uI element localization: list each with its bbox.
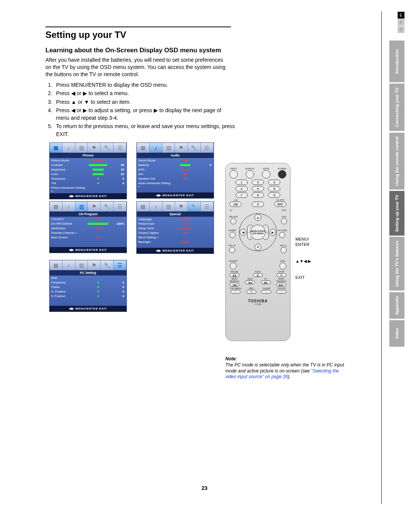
osd-row-val: Off [173, 230, 197, 235]
osd-row-val: On [86, 235, 110, 239]
picsize-button[interactable] [279, 232, 285, 238]
osd-row-key: Balance [137, 163, 173, 167]
page-divider [381, 11, 382, 504]
rec-button[interactable]: ● [247, 290, 256, 294]
mute-label: MUTE [263, 167, 269, 170]
lang-tab-e[interactable]: E [398, 12, 404, 19]
osd-row-key: V. Position [50, 294, 86, 298]
ff-button[interactable]: ▶▶ [261, 280, 271, 284]
display-button[interactable] [246, 170, 254, 178]
power-button[interactable] [278, 170, 286, 178]
cblsat-button[interactable] [230, 218, 236, 224]
remote-body: INPUT DISPLAY MUTE POWER 123456789 +1010… [225, 163, 290, 341]
lang-tab-f[interactable]: F [398, 19, 404, 26]
tab-features[interactable]: Using the TV's features [389, 237, 404, 291]
osd-row-key: Backlight [137, 239, 173, 244]
osd-row-val: Dynamic [86, 158, 109, 163]
skip-fwd-button[interactable]: ▶▶| [276, 283, 286, 286]
menu-enter-button[interactable]: MENU/ ENTER DVD MENU [250, 225, 265, 240]
exit-button[interactable] [279, 263, 286, 269]
side-navigation: E F S Introduction Connecting your TV Us… [382, 11, 404, 348]
osd-ch-program-menu: ▦♪▥⚑🔧☰CH ProgramTV/CATVTVCH PROGRAM100%A… [49, 201, 127, 253]
tab-connecting[interactable]: Connecting your TV [389, 84, 404, 131]
osd-row-key: Picture Mode [50, 158, 86, 163]
tab-setting-up[interactable]: Setting up your TV [389, 191, 404, 236]
num-100-button[interactable]: 100 [229, 202, 242, 207]
num-8-button[interactable]: 8 [252, 192, 264, 198]
num-0-button[interactable]: 0 [252, 202, 264, 207]
note-header: Note: [225, 356, 347, 361]
tab-introduction[interactable]: Introduction [389, 41, 404, 82]
osd-row-val: English [173, 217, 197, 221]
osd-tab-icon: 🔧 [101, 260, 114, 270]
ent-button[interactable]: ENT [274, 202, 286, 207]
dvd-button[interactable] [281, 218, 287, 224]
pause-button[interactable]: ❚❚ [229, 273, 239, 277]
osd-tab-icon: ⚑ [175, 202, 188, 211]
ff-label: FF [264, 278, 267, 280]
fav-up-button[interactable] [281, 247, 287, 253]
osd-tab-icon: ☰ [201, 143, 214, 153]
num-4-button[interactable]: 4 [236, 186, 248, 191]
play-label: PLAY [255, 271, 261, 273]
arrow-right-button[interactable]: ▶ [269, 229, 276, 236]
osd-row-key: H. Position [50, 289, 86, 294]
tab-remote[interactable]: Using the remote control [389, 133, 404, 189]
topmenu-label: TOP MENU [229, 287, 241, 289]
step-item: Press ◀ or ▶ to adjust a setting, or pre… [54, 106, 236, 122]
skip-fwd-label: SKIP/ SEARCH [276, 278, 286, 282]
osd-row-num: 0 [109, 181, 126, 185]
osd-row-val [173, 235, 197, 239]
topmenu-button[interactable]: ○ [231, 290, 240, 294]
play-button[interactable]: ▶ [253, 273, 263, 277]
rec-label: REC [249, 287, 254, 289]
num-9-button[interactable]: 9 [268, 192, 280, 198]
mute-button[interactable] [262, 170, 270, 178]
osd-row-val: On [173, 176, 197, 181]
arrow-down-button[interactable]: ▼ [254, 244, 261, 250]
clear-button[interactable]: ○ [261, 290, 271, 294]
intro-text: After you have installed the batteries, … [45, 56, 227, 78]
fav-down-button[interactable] [229, 247, 235, 253]
num-6-button[interactable]: 6 [268, 186, 280, 191]
skip-back-button[interactable]: |◀◀ [229, 283, 239, 286]
stop-button[interactable]: ■ [276, 273, 286, 277]
input-button[interactable] [229, 170, 238, 178]
osd-row-key: Blue Screen [50, 235, 86, 239]
enter-button[interactable] [230, 263, 237, 269]
osd-title: PC Setting [50, 270, 126, 275]
display-label: DISPLAY [245, 167, 254, 170]
arrow-up-button[interactable]: ▲ [254, 214, 261, 221]
num-1-button[interactable]: 1 [236, 180, 248, 185]
rew-button[interactable]: ◀◀ [245, 280, 255, 284]
osd-row-key: Brightness [50, 167, 86, 172]
sleep-button[interactable] [229, 232, 236, 238]
step-item: Press MENU/ENTER to display the OSD menu… [54, 81, 236, 89]
arrow-left-button[interactable]: ◀ [240, 229, 247, 236]
num-2-button[interactable]: 2 [252, 180, 264, 185]
tvvcr-label: TV/VCR [277, 287, 286, 289]
osd-row-key: Picture Size [137, 221, 173, 226]
remote-illustration: INPUT DISPLAY MUTE POWER 123456789 +1010… [225, 163, 335, 341]
osd-row-key: Sharpness [50, 176, 86, 181]
num-5-button[interactable]: 5 [252, 186, 264, 191]
osd-row-key: Auto [50, 275, 86, 280]
stop-label: STOP [278, 271, 284, 273]
osd-row-num: 32 [109, 172, 126, 176]
osd-title: Audio [137, 153, 214, 158]
osd-row-val: Add [86, 226, 110, 230]
num-3-button[interactable]: 3 [268, 180, 280, 185]
callout-exit: EXIT [295, 275, 311, 280]
tvvcr-button[interactable]: ○ [276, 290, 286, 294]
osd-title: Special [137, 211, 214, 217]
osd-row-key: Language [137, 217, 173, 221]
osd-row-val: TV [86, 217, 110, 221]
tab-appendix[interactable]: Appendix [389, 292, 404, 319]
osd-tab-icon: ⚑ [175, 143, 188, 153]
step-item: To return to the previous menu, or leave… [54, 122, 236, 138]
tab-index[interactable]: Index [389, 320, 404, 347]
num-7-button[interactable]: 7 [236, 192, 248, 198]
osd-tab-icon: ♪ [150, 143, 162, 153]
osd-pc-setting-menu: ▦♪▥⚑🔧☰PC SettingAutoFrequency0Phase0H. P… [49, 260, 127, 312]
lang-tab-s[interactable]: S [398, 26, 404, 33]
